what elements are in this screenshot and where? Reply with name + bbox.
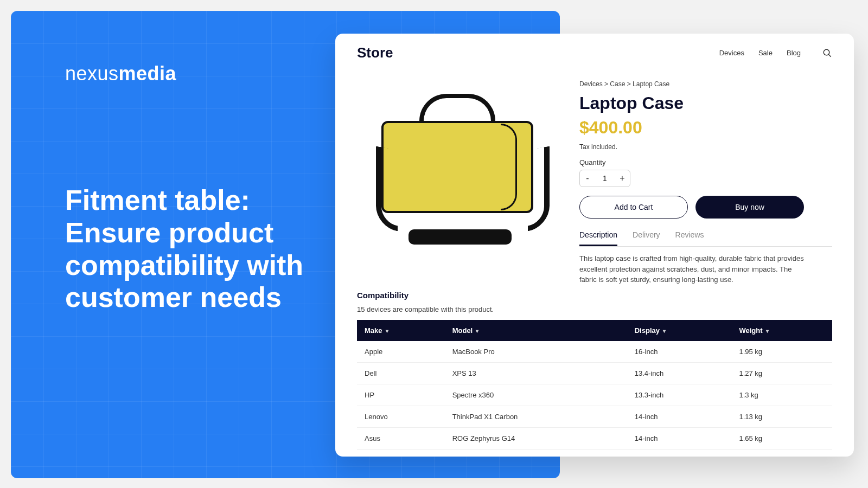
- product-details: Devices > Case > Laptop Case Laptop Case…: [579, 78, 832, 285]
- product-price: $400.00: [579, 118, 832, 138]
- cell-model: ThinkPad X1 Carbon: [445, 406, 627, 427]
- breadcrumb[interactable]: Devices > Case > Laptop Case: [579, 80, 832, 88]
- cell-weight: 1.13 kg: [731, 406, 832, 427]
- table-row: HPSpectre x36013.3-inch1.3 kg: [357, 384, 832, 406]
- brand-bold: media: [119, 62, 177, 85]
- tax-note: Tax included.: [579, 143, 832, 151]
- cell-display: 14-inch: [627, 406, 732, 427]
- product-title: Laptop Case: [579, 93, 832, 113]
- quantity-label: Quantity: [579, 158, 832, 166]
- search-icon[interactable]: [822, 48, 832, 58]
- table-row: AppleMacBook Pro16-inch1.95 kg: [357, 341, 832, 363]
- quantity-stepper: - 1 +: [579, 170, 630, 187]
- brand-logo: nexusmedia: [65, 62, 176, 85]
- cell-weight: 1.95 kg: [731, 341, 832, 363]
- cell-display: 13.4-inch: [627, 362, 732, 384]
- compatibility-heading: Compatibility: [357, 291, 832, 300]
- compatibility-note: 15 devices are compatible with this prod…: [357, 305, 832, 313]
- top-nav: Devices Sale Blog: [719, 49, 801, 57]
- chevron-down-icon: ▾: [663, 328, 666, 334]
- tab-description[interactable]: Description: [579, 230, 617, 246]
- col-model[interactable]: Model▾: [445, 320, 627, 341]
- cell-make: Apple: [357, 341, 445, 363]
- cell-model: Spectre x360: [445, 384, 627, 406]
- cell-model: ROG Zephyrus G14: [445, 427, 627, 449]
- svg-line-1: [828, 54, 831, 57]
- add-to-cart-button[interactable]: Add to Cart: [579, 196, 688, 219]
- cell-display: 13.3-inch: [627, 384, 732, 406]
- nav-sale[interactable]: Sale: [758, 49, 773, 57]
- col-make[interactable]: Make▾: [357, 320, 445, 341]
- cell-make: HP: [357, 384, 445, 406]
- tab-delivery[interactable]: Delivery: [633, 230, 660, 246]
- nav-blog[interactable]: Blog: [787, 49, 801, 57]
- compatibility-section: Compatibility 15 devices are compatible …: [335, 285, 854, 450]
- detail-tabs: Description Delivery Reviews: [579, 230, 832, 247]
- store-card: Store Devices Sale Blog: [335, 34, 854, 457]
- cell-make: Dell: [357, 362, 445, 384]
- tab-reviews[interactable]: Reviews: [675, 230, 704, 246]
- cell-display: 14-inch: [627, 427, 732, 449]
- cell-weight: 1.27 kg: [731, 362, 832, 384]
- brand-thin: nexus: [65, 62, 119, 85]
- qty-value: 1: [595, 174, 615, 183]
- svg-point-0: [824, 49, 829, 55]
- col-display[interactable]: Display▾: [627, 320, 732, 341]
- chevron-down-icon: ▾: [766, 328, 769, 334]
- cell-weight: 1.65 kg: [731, 427, 832, 449]
- store-name: Store: [357, 44, 393, 61]
- qty-decrease-button[interactable]: -: [580, 170, 595, 187]
- cell-make: Asus: [357, 427, 445, 449]
- table-row: DellXPS 1313.4-inch1.27 kg: [357, 362, 832, 384]
- table-row: LenovoThinkPad X1 Carbon14-inch1.13 kg: [357, 406, 832, 427]
- table-row: AsusROG Zephyrus G1414-inch1.65 kg: [357, 427, 832, 449]
- cell-model: XPS 13: [445, 362, 627, 384]
- cell-model: MacBook Pro: [445, 341, 627, 363]
- chevron-down-icon: ▾: [386, 328, 388, 334]
- col-weight[interactable]: Weight▾: [731, 320, 832, 341]
- chevron-down-icon: ▾: [476, 328, 478, 334]
- compatibility-table: Make▾ Model▾ Display▾ Weight▾ AppleMacBo…: [357, 320, 832, 450]
- buy-now-button[interactable]: Buy now: [695, 196, 804, 219]
- nav-devices[interactable]: Devices: [719, 49, 744, 57]
- store-header: Store Devices Sale Blog: [335, 34, 854, 72]
- cell-weight: 1.3 kg: [731, 384, 832, 406]
- qty-increase-button[interactable]: +: [615, 170, 630, 187]
- cell-make: Lenovo: [357, 406, 445, 427]
- product-image: [357, 78, 563, 256]
- promo-headline: Fitment table: Ensure product compatibil…: [65, 184, 326, 314]
- description-text: This laptop case is crafted from high-qu…: [579, 253, 807, 285]
- cell-display: 16-inch: [627, 341, 732, 363]
